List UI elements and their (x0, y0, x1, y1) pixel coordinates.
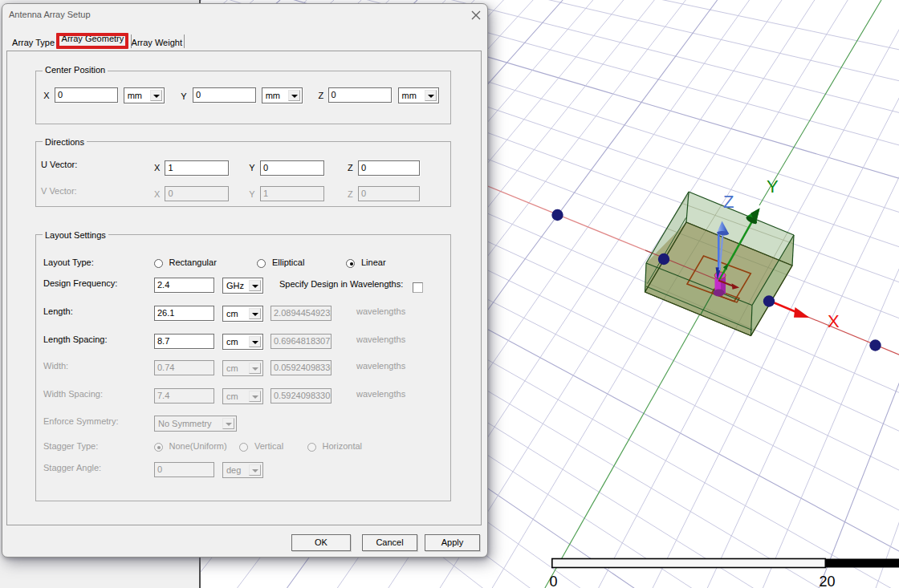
svg-text:X: X (828, 311, 840, 331)
svg-text:Y: Y (767, 176, 779, 197)
svg-text:20: 20 (820, 574, 836, 588)
svg-text:0: 0 (550, 574, 558, 588)
svg-text:Z: Z (723, 192, 734, 212)
